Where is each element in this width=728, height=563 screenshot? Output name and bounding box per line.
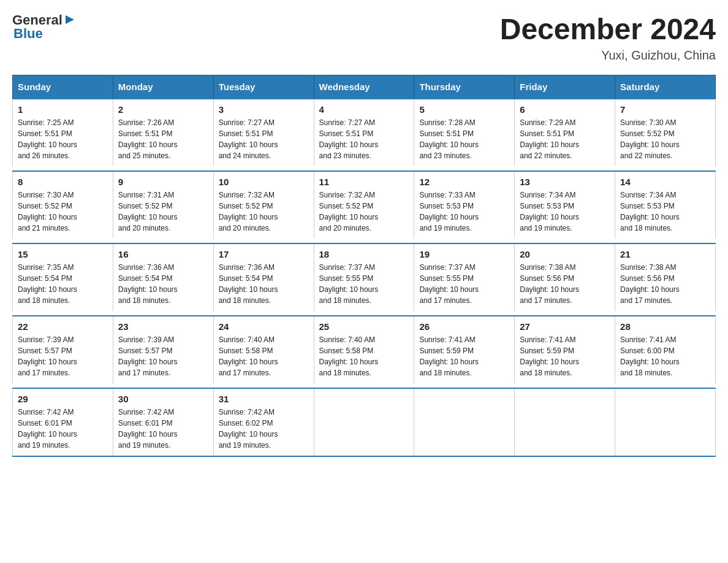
day-number: 23 (118, 321, 208, 332)
day-info: Sunrise: 7:42 AM Sunset: 6:01 PM Dayligh… (18, 407, 108, 451)
calendar-cell: 19 Sunrise: 7:37 AM Sunset: 5:55 PM Dayl… (414, 243, 515, 311)
logo: General Blue (12, 12, 75, 42)
day-info: Sunrise: 7:34 AM Sunset: 5:53 PM Dayligh… (620, 190, 710, 234)
calendar-cell: 14 Sunrise: 7:34 AM Sunset: 5:53 PM Dayl… (615, 171, 716, 239)
header-monday: Monday (113, 75, 213, 99)
subtitle: Yuxi, Guizhou, China (500, 48, 716, 63)
calendar-header-row: SundayMondayTuesdayWednesdayThursdayFrid… (13, 75, 716, 99)
day-info: Sunrise: 7:41 AM Sunset: 6:00 PM Dayligh… (620, 334, 710, 378)
day-info: Sunrise: 7:26 AM Sunset: 5:51 PM Dayligh… (118, 117, 208, 161)
calendar-week-5: 29 Sunrise: 7:42 AM Sunset: 6:01 PM Dayl… (13, 388, 716, 456)
spacer-row-3 (13, 311, 716, 316)
day-info: Sunrise: 7:37 AM Sunset: 5:55 PM Dayligh… (319, 262, 409, 306)
day-number: 21 (620, 249, 710, 259)
day-info: Sunrise: 7:37 AM Sunset: 5:55 PM Dayligh… (419, 262, 509, 306)
day-info: Sunrise: 7:32 AM Sunset: 5:52 PM Dayligh… (219, 190, 309, 234)
day-info: Sunrise: 7:41 AM Sunset: 5:59 PM Dayligh… (520, 334, 610, 378)
calendar-cell: 10 Sunrise: 7:32 AM Sunset: 5:52 PM Dayl… (213, 171, 314, 239)
day-number: 7 (620, 104, 710, 115)
day-info: Sunrise: 7:33 AM Sunset: 5:53 PM Dayligh… (419, 190, 509, 234)
day-info: Sunrise: 7:34 AM Sunset: 5:53 PM Dayligh… (520, 190, 610, 234)
day-info: Sunrise: 7:42 AM Sunset: 6:01 PM Dayligh… (118, 407, 208, 451)
day-info: Sunrise: 7:38 AM Sunset: 5:56 PM Dayligh… (520, 262, 610, 306)
calendar-cell (314, 388, 414, 456)
day-info: Sunrise: 7:30 AM Sunset: 5:52 PM Dayligh… (620, 117, 710, 161)
header-sunday: Sunday (13, 75, 113, 99)
calendar-cell: 7 Sunrise: 7:30 AM Sunset: 5:52 PM Dayli… (615, 99, 716, 166)
day-number: 17 (219, 249, 309, 259)
calendar-cell: 1 Sunrise: 7:25 AM Sunset: 5:51 PM Dayli… (13, 99, 113, 166)
calendar-cell: 15 Sunrise: 7:35 AM Sunset: 5:54 PM Dayl… (13, 243, 113, 311)
calendar-week-2: 8 Sunrise: 7:30 AM Sunset: 5:52 PM Dayli… (13, 171, 716, 239)
day-number: 1 (18, 104, 108, 115)
calendar-week-4: 22 Sunrise: 7:39 AM Sunset: 5:57 PM Dayl… (13, 316, 716, 383)
day-info: Sunrise: 7:29 AM Sunset: 5:51 PM Dayligh… (520, 117, 610, 161)
calendar-cell: 12 Sunrise: 7:33 AM Sunset: 5:53 PM Dayl… (414, 171, 515, 239)
day-info: Sunrise: 7:25 AM Sunset: 5:51 PM Dayligh… (18, 117, 108, 161)
day-info: Sunrise: 7:36 AM Sunset: 5:54 PM Dayligh… (219, 262, 309, 306)
day-number: 10 (219, 177, 309, 187)
spacer-row-2 (13, 239, 716, 243)
day-number: 24 (219, 321, 309, 332)
day-number: 11 (319, 177, 409, 187)
day-number: 31 (219, 394, 309, 404)
day-info: Sunrise: 7:41 AM Sunset: 5:59 PM Dayligh… (419, 334, 509, 378)
calendar-cell: 5 Sunrise: 7:28 AM Sunset: 5:51 PM Dayli… (414, 99, 515, 166)
header-saturday: Saturday (615, 75, 716, 99)
calendar-cell (615, 388, 716, 456)
day-info: Sunrise: 7:27 AM Sunset: 5:51 PM Dayligh… (219, 117, 309, 161)
day-info: Sunrise: 7:30 AM Sunset: 5:52 PM Dayligh… (18, 190, 108, 234)
calendar-cell: 20 Sunrise: 7:38 AM Sunset: 5:56 PM Dayl… (515, 243, 615, 311)
title-block: December 2024 Yuxi, Guizhou, China (500, 12, 716, 63)
calendar-cell: 21 Sunrise: 7:38 AM Sunset: 5:56 PM Dayl… (615, 243, 716, 311)
calendar-cell (515, 388, 615, 456)
header-tuesday: Tuesday (213, 75, 314, 99)
calendar-cell (414, 388, 515, 456)
calendar-cell: 18 Sunrise: 7:37 AM Sunset: 5:55 PM Dayl… (314, 243, 414, 311)
day-info: Sunrise: 7:35 AM Sunset: 5:54 PM Dayligh… (18, 262, 108, 306)
calendar-cell: 27 Sunrise: 7:41 AM Sunset: 5:59 PM Dayl… (515, 316, 615, 383)
day-number: 22 (18, 321, 108, 332)
day-number: 6 (520, 104, 610, 115)
day-info: Sunrise: 7:39 AM Sunset: 5:57 PM Dayligh… (18, 334, 108, 378)
calendar-cell: 31 Sunrise: 7:42 AM Sunset: 6:02 PM Dayl… (213, 388, 314, 456)
day-number: 29 (18, 394, 108, 404)
day-number: 26 (419, 321, 509, 332)
day-info: Sunrise: 7:27 AM Sunset: 5:51 PM Dayligh… (319, 117, 409, 161)
calendar-cell: 13 Sunrise: 7:34 AM Sunset: 5:53 PM Dayl… (515, 171, 615, 239)
calendar-cell: 4 Sunrise: 7:27 AM Sunset: 5:51 PM Dayli… (314, 99, 414, 166)
calendar-cell: 16 Sunrise: 7:36 AM Sunset: 5:54 PM Dayl… (113, 243, 213, 311)
day-info: Sunrise: 7:40 AM Sunset: 5:58 PM Dayligh… (219, 334, 309, 378)
calendar-cell: 11 Sunrise: 7:32 AM Sunset: 5:52 PM Dayl… (314, 171, 414, 239)
calendar-week-3: 15 Sunrise: 7:35 AM Sunset: 5:54 PM Dayl… (13, 243, 716, 311)
day-number: 3 (219, 104, 309, 115)
calendar-cell: 24 Sunrise: 7:40 AM Sunset: 5:58 PM Dayl… (213, 316, 314, 383)
svg-marker-0 (66, 15, 74, 24)
day-info: Sunrise: 7:38 AM Sunset: 5:56 PM Dayligh… (620, 262, 710, 306)
calendar-cell: 29 Sunrise: 7:42 AM Sunset: 6:01 PM Dayl… (13, 388, 113, 456)
day-number: 14 (620, 177, 710, 187)
day-number: 27 (520, 321, 610, 332)
header-friday: Friday (515, 75, 615, 99)
day-info: Sunrise: 7:39 AM Sunset: 5:57 PM Dayligh… (118, 334, 208, 378)
logo-arrow-icon (64, 14, 75, 25)
calendar-cell: 9 Sunrise: 7:31 AM Sunset: 5:52 PM Dayli… (113, 171, 213, 239)
day-info: Sunrise: 7:36 AM Sunset: 5:54 PM Dayligh… (118, 262, 208, 306)
calendar-cell: 26 Sunrise: 7:41 AM Sunset: 5:59 PM Dayl… (414, 316, 515, 383)
calendar-cell: 8 Sunrise: 7:30 AM Sunset: 5:52 PM Dayli… (13, 171, 113, 239)
calendar-week-1: 1 Sunrise: 7:25 AM Sunset: 5:51 PM Dayli… (13, 99, 716, 166)
header-thursday: Thursday (414, 75, 515, 99)
day-number: 4 (319, 104, 409, 115)
day-info: Sunrise: 7:31 AM Sunset: 5:52 PM Dayligh… (118, 190, 208, 234)
calendar-cell: 28 Sunrise: 7:41 AM Sunset: 6:00 PM Dayl… (615, 316, 716, 383)
calendar-cell: 22 Sunrise: 7:39 AM Sunset: 5:57 PM Dayl… (13, 316, 113, 383)
day-info: Sunrise: 7:40 AM Sunset: 5:58 PM Dayligh… (319, 334, 409, 378)
day-number: 16 (118, 249, 208, 259)
header-wednesday: Wednesday (314, 75, 414, 99)
calendar-cell: 25 Sunrise: 7:40 AM Sunset: 5:58 PM Dayl… (314, 316, 414, 383)
day-info: Sunrise: 7:42 AM Sunset: 6:02 PM Dayligh… (219, 407, 309, 451)
day-number: 19 (419, 249, 509, 259)
page-header: General Blue December 2024 Yuxi, Guizhou… (12, 12, 716, 63)
day-number: 13 (520, 177, 610, 187)
day-info: Sunrise: 7:32 AM Sunset: 5:52 PM Dayligh… (319, 190, 409, 234)
